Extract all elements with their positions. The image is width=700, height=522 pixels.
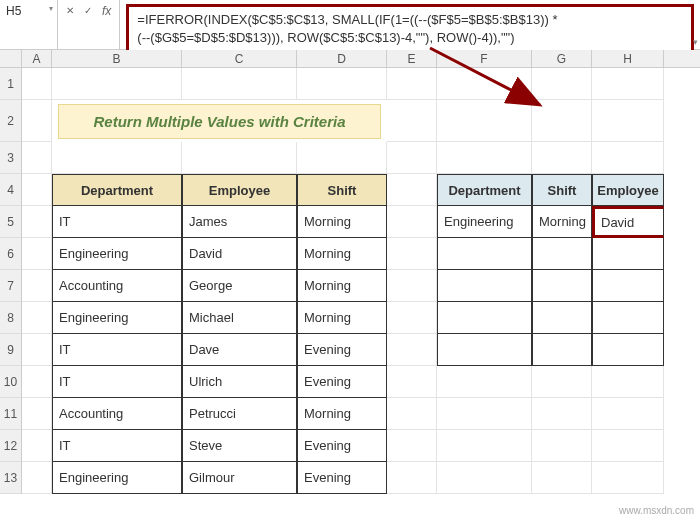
name-box[interactable]: H5 ▾ [0,0,58,49]
cell[interactable] [387,302,437,334]
table-cell[interactable]: Evening [297,366,387,398]
cell[interactable] [387,238,437,270]
cell[interactable] [592,462,664,494]
table-cell[interactable]: James [182,206,297,238]
row-header-6[interactable]: 6 [0,238,21,270]
cell[interactable] [387,366,437,398]
row-header-4[interactable]: 4 [0,174,21,206]
cell[interactable] [592,366,664,398]
table-cell[interactable]: Morning [532,206,592,238]
table-cell[interactable]: Accounting [52,270,182,302]
cell[interactable] [22,142,52,174]
cell[interactable] [387,142,437,174]
table-cell[interactable]: Evening [297,462,387,494]
formula-input[interactable]: =IFERROR(INDEX($C$5:$C$13, SMALL(IF(1=((… [126,4,694,54]
table-cell[interactable] [592,238,664,270]
table-cell[interactable]: Accounting [52,398,182,430]
table-cell[interactable]: Engineering [437,206,532,238]
table-cell[interactable]: IT [52,206,182,238]
cell[interactable] [532,100,592,142]
table-cell[interactable] [437,334,532,366]
table1-header[interactable]: Shift [297,174,387,206]
cell[interactable] [437,430,532,462]
cell[interactable] [532,398,592,430]
table1-header[interactable]: Employee [182,174,297,206]
row-header-13[interactable]: 13 [0,462,21,494]
table-cell[interactable] [532,270,592,302]
table-cell[interactable]: David [182,238,297,270]
cell[interactable] [532,68,592,100]
col-header-e[interactable]: E [387,50,437,67]
table-cell[interactable]: IT [52,334,182,366]
table-cell[interactable]: Morning [297,206,387,238]
table2-header[interactable]: Employee [592,174,664,206]
cell[interactable] [297,142,387,174]
cancel-formula-icon[interactable]: ✕ [62,2,78,18]
row-header-7[interactable]: 7 [0,270,21,302]
table-cell[interactable]: Ulrich [182,366,297,398]
fx-icon[interactable]: fx [98,2,115,20]
cell[interactable] [52,68,182,100]
cell[interactable] [387,270,437,302]
cell[interactable] [22,398,52,430]
cell[interactable] [22,462,52,494]
table-cell[interactable]: IT [52,366,182,398]
col-header-c[interactable]: C [182,50,297,67]
col-header-g[interactable]: G [532,50,592,67]
cell[interactable] [387,334,437,366]
col-header-h[interactable]: H [592,50,664,67]
table-cell[interactable]: Gilmour [182,462,297,494]
col-header-d[interactable]: D [297,50,387,67]
col-header-f[interactable]: F [437,50,532,67]
table-cell[interactable] [437,302,532,334]
cell[interactable] [22,366,52,398]
cell[interactable] [297,68,387,100]
cell[interactable] [592,100,664,142]
cell[interactable] [22,174,52,206]
table-cell[interactable] [532,302,592,334]
cell[interactable] [387,100,437,142]
table-cell[interactable]: Petrucci [182,398,297,430]
row-header-11[interactable]: 11 [0,398,21,430]
title-cell[interactable]: Return Multiple Values with Criteria [52,100,387,142]
table-cell[interactable] [592,334,664,366]
name-box-dropdown-icon[interactable]: ▾ [49,4,53,13]
cell[interactable] [22,238,52,270]
col-header-a[interactable]: A [22,50,52,67]
table2-header[interactable]: Department [437,174,532,206]
cell[interactable] [182,68,297,100]
cell[interactable] [437,68,532,100]
table-cell[interactable]: Evening [297,430,387,462]
cell[interactable] [22,270,52,302]
table-cell[interactable]: Morning [297,302,387,334]
cell[interactable] [437,398,532,430]
cell[interactable] [22,68,52,100]
table-cell[interactable] [437,238,532,270]
cell[interactable] [387,68,437,100]
cell[interactable] [592,68,664,100]
cell[interactable] [22,100,52,142]
table-cell[interactable]: Evening [297,334,387,366]
cell[interactable] [437,366,532,398]
cell[interactable] [182,142,297,174]
cell[interactable] [532,142,592,174]
table-cell[interactable] [592,270,664,302]
cell[interactable] [22,334,52,366]
cell[interactable] [22,302,52,334]
cell[interactable] [387,206,437,238]
table-cell[interactable] [532,334,592,366]
row-header-5[interactable]: 5 [0,206,21,238]
cell[interactable] [592,430,664,462]
table-cell[interactable]: Engineering [52,238,182,270]
cell[interactable] [387,462,437,494]
table-cell[interactable]: Engineering [52,462,182,494]
formula-expand-icon[interactable]: ▾ [693,37,698,47]
cell[interactable] [437,100,532,142]
cell[interactable] [592,142,664,174]
cell[interactable] [22,206,52,238]
row-header-2[interactable]: 2 [0,100,21,142]
row-header-10[interactable]: 10 [0,366,21,398]
row-header-3[interactable]: 3 [0,142,21,174]
table-cell[interactable]: Morning [297,238,387,270]
accept-formula-icon[interactable]: ✓ [80,2,96,18]
